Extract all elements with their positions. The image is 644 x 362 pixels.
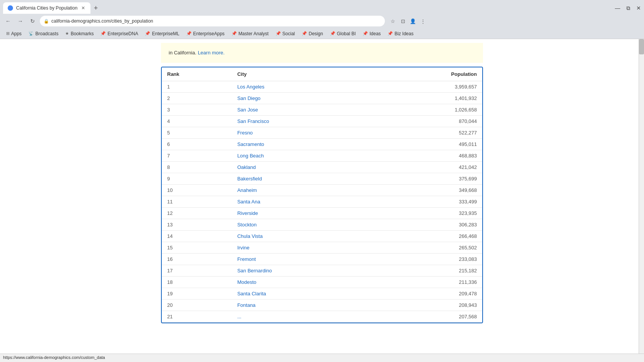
table-row: 16Fremont233,083 — [162, 253, 482, 265]
intro-text: in California. — [169, 50, 198, 56]
city-cell[interactable]: Stockton — [232, 219, 371, 230]
bookmark-broadcasts[interactable]: 📡 Broadcasts — [25, 30, 61, 38]
table-row: 21...207,568 — [162, 311, 482, 322]
rank-cell: 20 — [162, 299, 232, 311]
population-cell: 233,083 — [371, 253, 482, 265]
browser-tab[interactable]: California Cities by Population ✕ — [3, 2, 90, 14]
city-cell[interactable]: Fontana — [232, 299, 371, 311]
bookmark-social[interactable]: 📌 Social — [273, 30, 298, 38]
city-link[interactable]: Fontana — [237, 302, 256, 308]
city-cell[interactable]: Bakersfield — [232, 173, 371, 184]
bookmark-enterprisedna[interactable]: 📌 EnterpriseDNA — [97, 30, 141, 38]
city-link[interactable]: Anaheim — [237, 187, 257, 193]
city-cell[interactable]: San Francisco — [232, 115, 371, 127]
city-cell[interactable]: ... — [232, 311, 371, 322]
address-bar[interactable]: 🔒 california-demographics.com/cities_by_… — [40, 16, 385, 26]
close-button[interactable]: ✕ — [636, 5, 641, 11]
table-header: Rank City Population — [162, 67, 482, 81]
bookmark-enterpriseml[interactable]: 📌 EnterpriseML — [142, 30, 182, 38]
table-row: 3San Jose1,026,658 — [162, 104, 482, 115]
city-link[interactable]: Modesto — [237, 279, 256, 285]
table-row: 17San Bernardino215,182 — [162, 265, 482, 276]
bookmark-enterpriseapps[interactable]: 📌 EnterpriseApps — [183, 30, 228, 38]
city-link[interactable]: Los Angeles — [237, 84, 264, 90]
refresh-button[interactable]: ↻ — [28, 16, 38, 26]
rank-cell: 15 — [162, 242, 232, 253]
city-link[interactable]: San Diego — [237, 95, 261, 101]
table-row: 5Fresno522,277 — [162, 127, 482, 138]
rank-cell: 9 — [162, 173, 232, 184]
scrollbar-thumb[interactable] — [639, 39, 644, 54]
city-link[interactable]: San Jose — [237, 107, 258, 113]
city-cell[interactable]: Los Angeles — [232, 81, 371, 92]
city-link[interactable]: Stockton — [237, 222, 257, 228]
bookmark-bookmarks[interactable]: ★ Bookmarks — [62, 30, 97, 38]
city-link[interactable]: Fremont — [237, 256, 256, 262]
population-cell: 333,499 — [371, 196, 482, 207]
city-link[interactable]: San Francisco — [237, 118, 269, 124]
city-cell[interactable]: Fremont — [232, 253, 371, 265]
city-cell[interactable]: Anaheim — [232, 184, 371, 196]
population-cell: 870,044 — [371, 115, 482, 127]
population-cell: 211,336 — [371, 276, 482, 288]
forward-button[interactable]: → — [15, 16, 25, 26]
cities-table: Rank City Population 1Los Angeles3,959,6… — [162, 67, 482, 323]
population-cell: 375,699 — [371, 173, 482, 184]
city-link[interactable]: Santa Ana — [237, 199, 260, 205]
city-cell[interactable]: San Bernardino — [232, 265, 371, 276]
city-cell[interactable]: Santa Ana — [232, 196, 371, 207]
new-tab-button[interactable]: + — [90, 3, 101, 13]
city-cell[interactable]: Riverside — [232, 207, 371, 219]
city-cell[interactable]: San Diego — [232, 92, 371, 104]
star-icon[interactable]: ☆ — [389, 17, 397, 25]
extensions-icon[interactable]: ⊡ — [399, 17, 407, 25]
bookmark-masteranalyst[interactable]: 📌 Master Analyst — [228, 30, 272, 38]
population-cell: 266,468 — [371, 230, 482, 242]
city-link[interactable]: ... — [237, 314, 242, 319]
rank-cell: 21 — [162, 311, 232, 322]
rank-cell: 18 — [162, 276, 232, 288]
city-cell[interactable]: Fresno — [232, 127, 371, 138]
city-link[interactable]: Riverside — [237, 210, 258, 216]
city-cell[interactable]: Oakland — [232, 161, 371, 173]
design-icon: 📌 — [302, 31, 307, 36]
city-link[interactable]: San Bernardino — [237, 268, 272, 274]
back-button[interactable]: ← — [3, 16, 13, 26]
bookmark-design[interactable]: 📌 Design — [299, 30, 326, 38]
bookmark-ideas[interactable]: 📌 Ideas — [360, 30, 384, 38]
scrollbar[interactable] — [639, 39, 644, 354]
city-link[interactable]: Santa Clarita — [237, 291, 266, 296]
url-text: california-demographics.com/cities_by_po… — [51, 18, 153, 24]
population-cell: 3,959,657 — [371, 81, 482, 92]
table-row: 13Stockton306,283 — [162, 219, 482, 230]
city-link[interactable]: Long Beach — [237, 153, 264, 159]
bookmark-bizideas[interactable]: 📌 Biz Ideas — [384, 30, 416, 38]
tab-close-button[interactable]: ✕ — [80, 5, 86, 11]
minimize-button[interactable]: — — [615, 5, 620, 11]
rank-cell: 4 — [162, 115, 232, 127]
city-link[interactable]: Bakersfield — [237, 176, 262, 182]
menu-icon[interactable]: ⋮ — [419, 17, 427, 25]
city-link[interactable]: Chula Vista — [237, 233, 263, 239]
population-cell: 421,042 — [371, 161, 482, 173]
city-link[interactable]: Sacramento — [237, 141, 264, 147]
city-cell[interactable]: Modesto — [232, 276, 371, 288]
city-cell[interactable]: Chula Vista — [232, 230, 371, 242]
restore-button[interactable]: ⧉ — [626, 5, 630, 11]
city-link[interactable]: Fresno — [237, 130, 253, 136]
rank-cell: 3 — [162, 104, 232, 115]
city-cell[interactable]: Irvine — [232, 242, 371, 253]
bookmark-apps[interactable]: ⊞ Apps — [3, 30, 25, 38]
learn-more-link[interactable]: Learn more. — [198, 50, 225, 56]
city-link[interactable]: Irvine — [237, 245, 250, 251]
city-cell[interactable]: Sacramento — [232, 138, 371, 150]
city-cell[interactable]: San Jose — [232, 104, 371, 115]
city-cell[interactable]: Santa Clarita — [232, 288, 371, 299]
page-wrapper: in California. Learn more. Rank City Pop… — [0, 43, 644, 339]
profile-icon[interactable]: 👤 — [409, 17, 417, 25]
city-link[interactable]: Oakland — [237, 164, 256, 170]
city-cell[interactable]: Long Beach — [232, 150, 371, 161]
rank-cell: 6 — [162, 138, 232, 150]
status-text: https://www.california-demographics.com/… — [3, 355, 105, 360]
bookmark-globalbi[interactable]: 📌 Global BI — [327, 30, 359, 38]
